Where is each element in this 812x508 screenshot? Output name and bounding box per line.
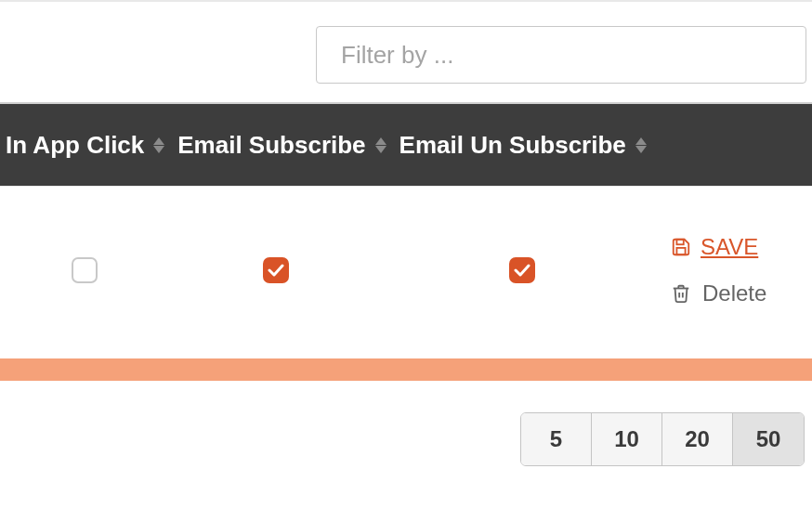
- save-label: SAVE: [701, 234, 758, 260]
- checkbox-email-subscribe[interactable]: [263, 257, 289, 283]
- save-icon: [671, 237, 691, 257]
- page-size-50[interactable]: 50: [733, 413, 804, 465]
- column-header-in-app-click[interactable]: In App Click: [6, 131, 164, 160]
- svg-marker-2: [375, 137, 386, 145]
- svg-marker-3: [375, 146, 386, 153]
- sort-icon: [153, 137, 164, 153]
- svg-marker-0: [153, 137, 164, 145]
- sort-icon: [635, 137, 647, 153]
- table-row: SAVE Delete: [0, 186, 812, 353]
- page-size-5[interactable]: 5: [521, 413, 592, 465]
- svg-marker-5: [635, 146, 647, 153]
- progress-bar: [0, 358, 812, 381]
- filter-input[interactable]: [316, 26, 806, 84]
- delete-label: Delete: [702, 280, 766, 306]
- svg-rect-7: [676, 247, 685, 254]
- column-header-email-subscribe[interactable]: Email Subscribe: [177, 131, 386, 160]
- page-size-20[interactable]: 20: [662, 413, 733, 465]
- sort-icon: [375, 137, 386, 153]
- table-header: In App Click Email Subscribe Email Un Su…: [0, 102, 812, 186]
- column-label: Email Un Subscribe: [399, 131, 626, 160]
- checkbox-email-unsubscribe[interactable]: [509, 257, 535, 283]
- save-button[interactable]: SAVE: [671, 234, 758, 260]
- page-size-10[interactable]: 10: [592, 413, 662, 465]
- column-label: Email Subscribe: [177, 131, 365, 160]
- svg-marker-4: [635, 137, 647, 145]
- page-size-selector: 5 10 20 50: [0, 381, 812, 466]
- column-label: In App Click: [6, 131, 144, 160]
- filter-bar: [0, 2, 812, 102]
- delete-button[interactable]: Delete: [671, 280, 766, 306]
- svg-rect-6: [676, 239, 683, 244]
- trash-icon: [671, 282, 691, 305]
- checkbox-in-app-click[interactable]: [72, 257, 98, 283]
- svg-marker-1: [153, 146, 164, 153]
- column-header-email-unsubscribe[interactable]: Email Un Subscribe: [399, 131, 647, 160]
